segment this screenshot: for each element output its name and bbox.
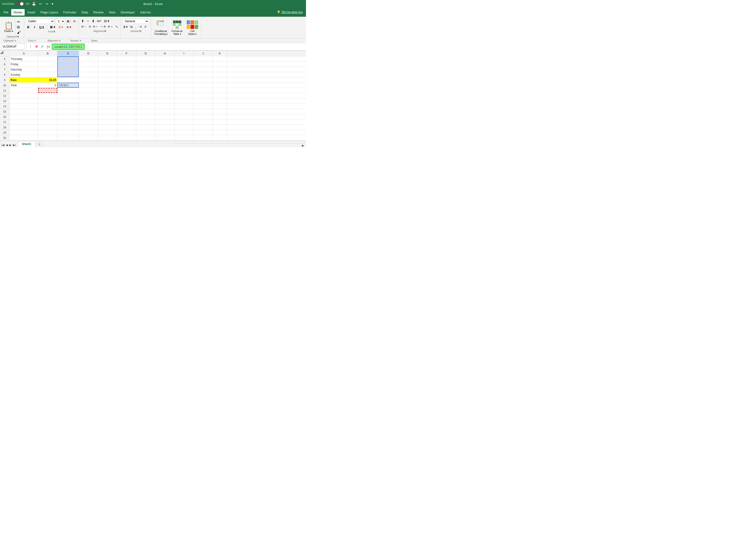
cell-i6[interactable]: [175, 62, 194, 66]
cut-button[interactable]: ✂: [16, 19, 22, 24]
cell-b19[interactable]: [38, 130, 57, 135]
cell-i20[interactable]: [175, 135, 194, 140]
cell-b8[interactable]: [38, 72, 57, 77]
cell-e6[interactable]: [98, 62, 117, 66]
underline-button[interactable]: U ▾: [38, 25, 45, 29]
cell-j7[interactable]: [194, 67, 213, 72]
cell-d19[interactable]: [79, 130, 98, 135]
menu-view[interactable]: View: [106, 9, 118, 16]
number-format-selector[interactable]: General: [123, 19, 149, 24]
row-header-18[interactable]: 18: [0, 125, 9, 130]
format-painter-button[interactable]: 🖌: [16, 30, 22, 35]
cell-k20[interactable]: [213, 135, 227, 140]
cell-g5[interactable]: [136, 56, 155, 61]
alignment-expand-icon[interactable]: ⧉: [104, 30, 106, 32]
cell-h15[interactable]: [155, 109, 175, 114]
cell-d18[interactable]: [79, 125, 98, 130]
customize-qat-icon[interactable]: ▾: [51, 1, 54, 6]
col-header-e[interactable]: E: [98, 51, 117, 56]
cell-h10[interactable]: [155, 83, 175, 88]
col-header-d[interactable]: D: [79, 51, 98, 56]
row-header-7[interactable]: 7: [0, 67, 9, 72]
cell-f17[interactable]: [117, 119, 136, 125]
cell-h6[interactable]: [155, 62, 175, 66]
cell-g17[interactable]: [136, 119, 155, 125]
cell-d16[interactable]: [79, 114, 98, 119]
cell-c14[interactable]: [57, 104, 79, 109]
cell-e15[interactable]: [98, 109, 117, 114]
col-header-i[interactable]: I: [175, 51, 194, 56]
cell-c19[interactable]: [57, 130, 79, 135]
autosave-toggle[interactable]: [16, 2, 24, 6]
cell-c5[interactable]: [57, 56, 79, 61]
cell-j9[interactable]: [194, 77, 213, 82]
cell-g10[interactable]: [136, 83, 155, 88]
cell-k16[interactable]: [213, 114, 227, 119]
cell-e20[interactable]: [98, 135, 117, 140]
cell-k17[interactable]: [213, 119, 227, 125]
save-icon[interactable]: 💾: [31, 1, 37, 6]
clipboard-expand-btn[interactable]: ⧉: [15, 39, 16, 42]
cell-b6[interactable]: [38, 62, 57, 66]
row-header-20[interactable]: 20: [0, 135, 9, 140]
row-header-17[interactable]: 17: [0, 119, 9, 125]
cell-b18[interactable]: [38, 125, 57, 130]
row-header-13[interactable]: 13: [0, 99, 9, 103]
cell-b12[interactable]: [38, 93, 57, 98]
cell-j17[interactable]: [194, 119, 213, 125]
cell-b9[interactable]: 15.25: [38, 77, 57, 82]
cell-d15[interactable]: [79, 109, 98, 114]
cell-b14[interactable]: [38, 104, 57, 109]
cell-e9[interactable]: [98, 77, 117, 82]
horizontal-scrollbar[interactable]: ▶: [174, 143, 305, 147]
cell-f12[interactable]: [117, 93, 136, 98]
cell-g16[interactable]: [136, 114, 155, 119]
row-header-15[interactable]: 15: [0, 109, 9, 114]
cell-d8[interactable]: [79, 72, 98, 77]
cell-a20[interactable]: [9, 135, 38, 140]
cell-h20[interactable]: [155, 135, 175, 140]
cell-j13[interactable]: [194, 99, 213, 103]
cell-c16[interactable]: [57, 114, 79, 119]
cell-j15[interactable]: [194, 109, 213, 114]
tab-nav-next[interactable]: ▶: [9, 143, 12, 147]
cell-g6[interactable]: [136, 62, 155, 66]
cell-g8[interactable]: [136, 72, 155, 77]
paste-button[interactable]: 📋 Paste ▾: [2, 19, 15, 35]
cell-i17[interactable]: [175, 119, 194, 125]
italic-button[interactable]: I: [32, 25, 37, 29]
cell-k11[interactable]: [213, 88, 227, 93]
cell-i9[interactable]: [175, 77, 194, 82]
select-all-button[interactable]: [0, 51, 9, 56]
cell-b13[interactable]: [38, 99, 57, 103]
menu-review[interactable]: Review: [91, 9, 106, 16]
col-header-f[interactable]: F: [117, 51, 136, 56]
cell-k18[interactable]: [213, 125, 227, 130]
cell-j18[interactable]: [194, 125, 213, 130]
cell-g7[interactable]: [136, 67, 155, 72]
cell-b20[interactable]: [38, 135, 57, 140]
font-size-selector[interactable]: 11: [55, 19, 65, 24]
cell-d20[interactable]: [79, 135, 98, 140]
row-header-11[interactable]: 11: [0, 88, 9, 93]
cell-i12[interactable]: [175, 93, 194, 98]
menu-insert[interactable]: Insert: [25, 9, 38, 16]
tab-nav-last[interactable]: ▶|: [12, 143, 16, 147]
cell-d13[interactable]: [79, 99, 98, 103]
cell-i15[interactable]: [175, 109, 194, 114]
align-bottom-button[interactable]: ⬇: [91, 19, 95, 23]
row-header-6[interactable]: 6: [0, 62, 9, 66]
cell-k5[interactable]: [213, 56, 227, 61]
scroll-right-icon[interactable]: ▶: [302, 144, 304, 147]
cell-k9[interactable]: [213, 77, 227, 82]
cell-h13[interactable]: [155, 99, 175, 103]
cell-g15[interactable]: [136, 109, 155, 114]
font-color-button[interactable]: A ▾: [66, 25, 72, 29]
cell-e7[interactable]: [98, 67, 117, 72]
insert-function-button[interactable]: ƒx: [46, 45, 51, 49]
cell-e11[interactable]: [98, 88, 117, 93]
cell-g14[interactable]: [136, 104, 155, 109]
row-header-10[interactable]: 10: [0, 83, 9, 88]
cell-h11[interactable]: [155, 88, 175, 93]
cell-f9[interactable]: [117, 77, 136, 82]
